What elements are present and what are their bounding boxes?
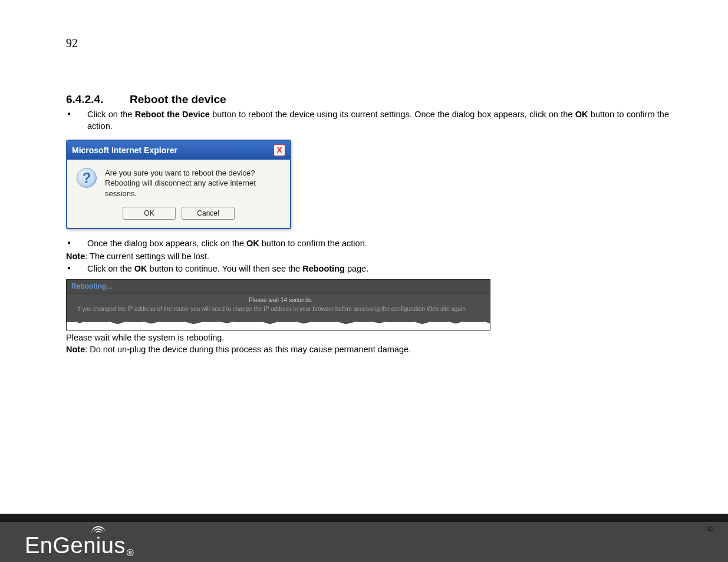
t: page. xyxy=(345,264,368,273)
close-icon[interactable]: X xyxy=(274,144,285,156)
page-number-footer: 92 xyxy=(707,525,714,533)
note-1: Note: The current settings will be lost. xyxy=(66,250,669,262)
cancel-button[interactable]: Cancel xyxy=(182,207,235,220)
note2-text: : Do not un-plug the device during this … xyxy=(85,345,411,354)
t: Reboot the Device xyxy=(135,110,210,119)
t: OK xyxy=(246,239,259,248)
content-area: 6.4.2.4. Reboot the device ● Click on th… xyxy=(66,93,669,356)
t: OK xyxy=(575,110,588,119)
ok-button[interactable]: OK xyxy=(123,207,176,220)
t: button to confirm the action. xyxy=(259,239,367,248)
registered-icon: ® xyxy=(127,548,134,558)
dialog-message: Are you sure you want to reboot the devi… xyxy=(105,168,283,199)
bullet-icon: ● xyxy=(66,237,87,249)
rebooting-header: Rebooting... xyxy=(67,280,490,293)
engenius-logo: EnGenius® xyxy=(25,533,134,558)
t: Click on the xyxy=(87,264,134,273)
t: Rebooting xyxy=(302,264,345,273)
t: Click on the xyxy=(87,110,135,119)
dialog-title-text: Microsoft Internet Explorer xyxy=(72,146,177,155)
t: Once the dialog box appears, click on th… xyxy=(87,239,246,248)
bullet-2-text: Once the dialog box appears, click on th… xyxy=(87,237,669,249)
note2-label: Note xyxy=(66,345,85,354)
t: button to continue. You will then see th… xyxy=(147,264,303,273)
note1-label: Note xyxy=(66,252,85,261)
heading-number: 6.4.2.4. xyxy=(66,93,130,106)
t: button to reboot the device using its cu… xyxy=(210,110,575,119)
logo-post: us xyxy=(101,533,126,558)
question-icon: ? xyxy=(77,168,97,188)
bullet-3: ● Click on the OK button to continue. Yo… xyxy=(66,263,669,275)
note-2: Note: Do not un-plug the device during t… xyxy=(66,343,669,355)
bullet-icon: ● xyxy=(66,108,87,133)
rebooting-wait: Please wait 14 seconds. xyxy=(77,297,484,303)
torn-edge-icon xyxy=(67,322,490,330)
bullet-1: ● Click on the Reboot the Device button … xyxy=(66,108,669,133)
t: OK xyxy=(134,264,147,273)
wifi-icon xyxy=(91,525,106,533)
dialog-titlebar: Microsoft Internet Explorer X xyxy=(67,141,290,160)
page-number-top: 92 xyxy=(66,37,78,50)
rebooting-note: If you changed the IP address of the rou… xyxy=(77,305,484,313)
wait-line: Please wait while the system is rebootin… xyxy=(66,332,669,343)
logo-pre: EnGen xyxy=(25,533,96,558)
dialog-body: ? Are you sure you want to reboot the de… xyxy=(67,160,290,205)
confirm-dialog: Microsoft Internet Explorer X ? Are you … xyxy=(66,140,291,230)
rebooting-figure: Rebooting... Please wait 14 seconds. If … xyxy=(66,279,490,330)
dialog-buttons: OK Cancel xyxy=(67,204,290,228)
section-heading: 6.4.2.4. Reboot the device xyxy=(66,93,669,106)
logo-i-char: i xyxy=(96,533,101,558)
bullet-icon: ● xyxy=(66,263,87,275)
dialog-line2: Rebooting will disconnect any active int… xyxy=(105,178,283,199)
footer-accent-bar xyxy=(0,514,728,522)
bullet-2: ● Once the dialog box appears, click on … xyxy=(66,237,669,249)
bullet-1-text: Click on the Reboot the Device button to… xyxy=(87,108,669,133)
bullet-3-text: Click on the OK button to continue. You … xyxy=(87,263,669,275)
heading-title: Reboot the device xyxy=(130,93,226,106)
dialog-line1: Are you sure you want to reboot the devi… xyxy=(105,168,283,178)
logo-i: i xyxy=(96,533,101,558)
note1-text: : The current settings will be lost. xyxy=(85,252,209,261)
